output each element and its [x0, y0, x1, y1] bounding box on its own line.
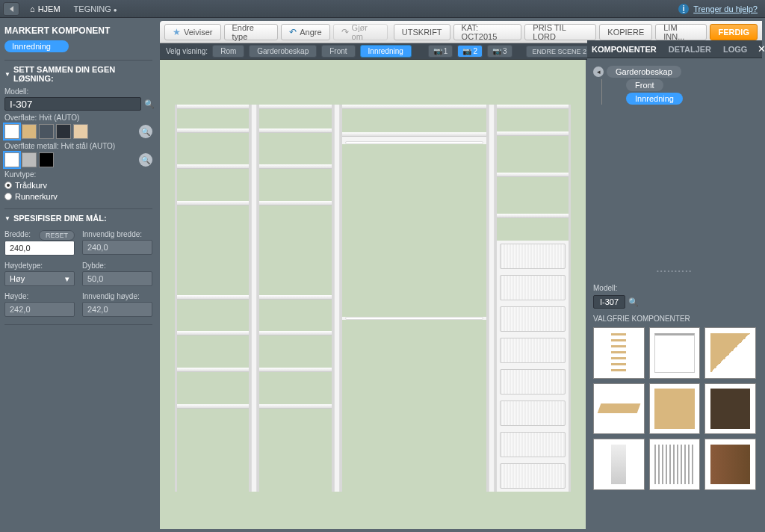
tab-logg[interactable]: LOGG [722, 45, 749, 54]
topbar: ⌂ HJEM TEGNING ● i Trenger du hjelp? [0, 0, 765, 18]
home-label: HJEM [38, 4, 61, 13]
comp-mirror[interactable] [593, 439, 645, 490]
comp-wardrobe-dark[interactable] [704, 383, 756, 435]
chevron-down-icon: ▾ [65, 274, 69, 284]
comp-corner-unit[interactable] [704, 327, 756, 379]
comp-tie-rack[interactable] [704, 439, 756, 490]
metal-swatch-steel[interactable] [22, 152, 37, 167]
view-rom[interactable]: Rom [212, 45, 244, 58]
right-tabs: KOMPONENTER DETALJER LOGG ✕ [587, 40, 762, 58]
veiviser-button[interactable]: ★Veiviser [164, 24, 221, 40]
redo-icon: ↷ [341, 27, 349, 37]
utskrift-button[interactable]: UTSKRIFT [394, 24, 450, 40]
comp-pullout-rack[interactable] [649, 439, 701, 490]
endre-scene-button[interactable]: ENDRE SCENE 2 [526, 46, 594, 58]
angre-button[interactable]: ↶Angre [281, 24, 329, 40]
view-front[interactable]: Front [321, 45, 355, 58]
wardrobe-render [175, 105, 571, 492]
left-panel: MARKERT KOMPONENT Innredning SETT SAMMEN… [0, 18, 157, 532]
radio-runnerkurv[interactable]: Runnerkurv [4, 192, 152, 201]
kat-button[interactable]: KAT: OCT2015 [453, 24, 522, 40]
info-icon: i [678, 4, 689, 14]
metal-swatch-white[interactable] [4, 152, 19, 167]
home-icon: ⌂ [30, 4, 35, 13]
swatch-white[interactable] [4, 124, 19, 139]
panel-resize-handle[interactable] [587, 267, 762, 273]
close-panel-icon[interactable]: ✕ [758, 43, 765, 55]
model-search-icon[interactable]: 🔍 [144, 99, 155, 109]
section-assemble-title[interactable]: SETT SAMMEN DIN EGEN LØSNING: [4, 65, 152, 83]
camera-3[interactable]: 📷3 [487, 45, 512, 58]
marked-component-title: MARKERT KOMPONENT [4, 25, 152, 36]
surface-label: Overflate: Hvit (AUTO) [4, 114, 152, 122]
ferdig-button[interactable]: FERDIG [710, 24, 758, 40]
swatch-oak[interactable] [22, 124, 37, 139]
pris-button[interactable]: PRIS TIL LORD [524, 24, 596, 40]
innv-bredde-input [82, 240, 152, 255]
home-button[interactable]: ⌂ HJEM [24, 4, 66, 13]
view-garderobe[interactable]: Garderobeskap [249, 45, 317, 58]
swatch-grey[interactable] [39, 124, 54, 139]
metal-swatch-black[interactable] [39, 152, 54, 167]
component-tree: ◂ Garderobeskap Front Innredning [587, 58, 762, 112]
tab-detaljer[interactable]: DETALJER [667, 45, 713, 54]
search-icon[interactable]: 🔍 [628, 297, 639, 307]
canvas-3d-view[interactable] [160, 60, 586, 529]
comp-shelf-board[interactable] [593, 383, 645, 435]
camera-icon: 📷 [433, 47, 442, 55]
right-panel: KOMPONENTER DETALJER LOGG ✕ ◂ Garderobes… [587, 40, 762, 529]
comp-panel[interactable] [649, 383, 701, 435]
marked-component-pill[interactable]: Innredning [4, 40, 69, 52]
camera-icon: 📷 [462, 47, 471, 55]
tree-front[interactable]: Front [626, 79, 663, 91]
wizard-icon: ★ [173, 27, 181, 37]
comp-hanging-rail[interactable] [649, 327, 701, 379]
hoyde-input [4, 302, 75, 317]
radio-icon [4, 182, 12, 189]
innv-hoyde-input [82, 302, 152, 317]
camera-1[interactable]: 📷1 [428, 45, 453, 58]
radio-tradkurv[interactable]: Trådkurv [4, 181, 152, 190]
undo-icon: ↶ [289, 27, 297, 37]
arrow-left-icon [10, 6, 13, 12]
surface-zoom-icon[interactable]: 🔍 [139, 125, 152, 138]
section-measures-title[interactable]: SPESIFISER DINE MÅL: [4, 214, 152, 223]
valgfrie-title: VALGFRIE KOMPONENTER [593, 315, 756, 323]
swatch-birch[interactable] [73, 124, 88, 139]
help-link[interactable]: i Trenger du hjelp? [678, 4, 762, 14]
center-area: ★Veiviser Endre type ↶Angre ↷Gjør om UTS… [157, 18, 765, 532]
tab-komponenter[interactable]: KOMPONENTER [590, 45, 658, 54]
kurvtype-label: Kurvtype: [4, 170, 152, 179]
camera-2[interactable]: 📷2 [457, 45, 483, 58]
radio-icon [4, 193, 12, 200]
tree-root[interactable]: Garderobeskap [607, 66, 681, 78]
endre-type-button[interactable]: Endre type [224, 24, 279, 40]
comp-ladder[interactable] [593, 327, 645, 379]
comp-model-value[interactable]: I-307 [593, 295, 625, 309]
back-button[interactable] [3, 2, 19, 16]
metal-zoom-icon[interactable]: 🔍 [139, 153, 152, 167]
model-input[interactable] [4, 97, 141, 111]
view-innredning[interactable]: Innredning [360, 45, 412, 58]
model-label: Modell: [4, 87, 152, 96]
reset-button[interactable]: RESET [39, 230, 75, 241]
swatch-dark[interactable] [56, 124, 71, 139]
metal-label: Overflate metall: Hvit stål (AUTO) [4, 142, 152, 150]
kopiere-button[interactable]: KOPIERE [599, 24, 652, 40]
tree-collapse-icon[interactable]: ◂ [593, 66, 604, 77]
dybde-input [82, 271, 152, 286]
tab-tegning[interactable]: TEGNING ● [66, 4, 125, 13]
lim-inn-button[interactable]: LIM INN... [655, 24, 707, 40]
hoydetype-select[interactable]: Høy▾ [4, 271, 75, 286]
bredde-input[interactable] [4, 241, 75, 256]
gjor-om-button[interactable]: ↷Gjør om [333, 24, 388, 40]
camera-icon: 📷 [492, 47, 501, 55]
component-grid [593, 327, 756, 490]
tree-innredning[interactable]: Innredning [626, 93, 683, 105]
